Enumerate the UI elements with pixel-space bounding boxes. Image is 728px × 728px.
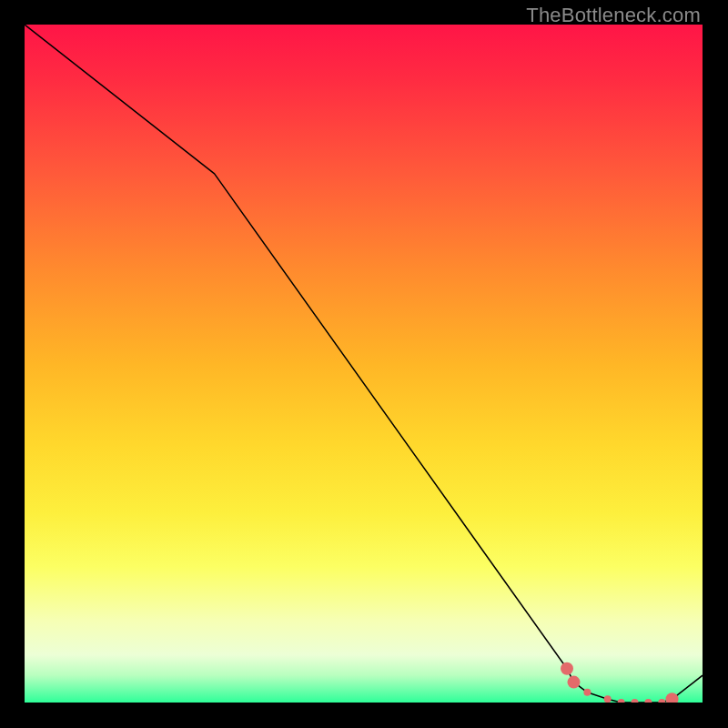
chart-stage: TheBottleneck.com xyxy=(0,0,728,728)
heat-gradient-plot-area xyxy=(25,25,703,703)
